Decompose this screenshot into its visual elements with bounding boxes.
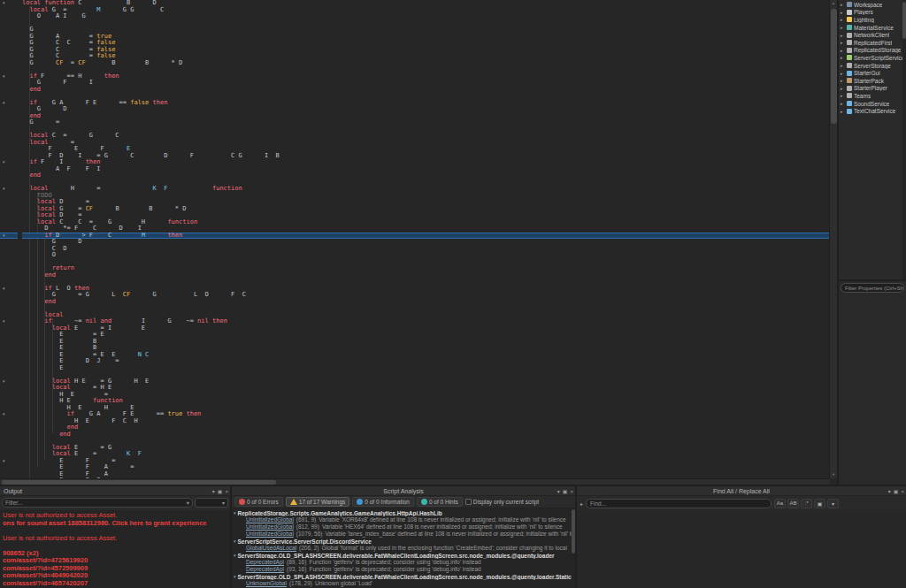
code-line[interactable] [22,126,829,134]
gutter-line[interactable]: ▾ [0,159,18,166]
code-line[interactable]: C D [22,246,829,253]
expand-arrow-icon[interactable]: ▸ [841,10,845,15]
analysis-rule-link[interactable]: GlobalUsedAsLocal [246,545,296,551]
code-line[interactable]: if F I then [22,159,829,166]
search-options-button[interactable]: ▣ [814,499,825,508]
expand-arrow-icon[interactable]: ▸ [841,101,845,106]
code-line[interactable]: local E = I E [22,325,829,332]
fold-arrow-icon[interactable]: ▾ [3,379,5,384]
editor-viewport[interactable]: ▾▾▾▾▾▾▾▾▾▾▾ local function C B D local G… [0,0,829,478]
code-line[interactable] [22,279,829,286]
analysis-tab-warnings[interactable]: 17 of 17 Warnings [286,497,350,507]
explorer-item-workspace[interactable]: ▸Workspace [839,1,906,9]
code-line[interactable]: G CF = CF B B * D [22,60,829,67]
code-line[interactable]: return [22,265,829,272]
code-line[interactable]: local = [22,140,829,147]
fold-arrow-icon[interactable]: ▾ [3,101,5,105]
fold-arrow-icon[interactable]: ▾ [3,160,5,164]
code-line[interactable]: H E = [22,392,829,399]
analysis-rule-link[interactable]: DeprecatedApi [246,559,284,565]
code-line[interactable]: G = [22,119,829,126]
expand-arrow-icon[interactable]: ▸ [841,33,845,38]
panel-menu-icon[interactable]: ▾ [557,488,560,494]
find-expand-toggle-icon[interactable]: ▸ [580,500,583,507]
explorer-item-serverscriptservice[interactable]: ▸ServerScriptService [839,54,906,62]
fold-arrow-icon[interactable]: ▾ [3,286,5,291]
analysis-item[interactable]: UninitializedGlobal(1079, 56)Variable 'l… [234,531,573,538]
analysis-scroll-thumb[interactable] [572,509,575,554]
close-panel-icon[interactable]: × [901,489,904,494]
code-line[interactable]: if G A F E == true then [22,411,829,418]
analysis-group[interactable]: ▾ReplicatedStorage.Scripts.GameAnalytics… [234,509,573,516]
explorer-scroll-thumb[interactable] [902,2,906,39]
analysis-tab-errors[interactable]: 0 of 0 Errors [234,497,283,507]
analysis-tab-hints[interactable]: 0 of 0 Hints [417,497,463,507]
find-results-area[interactable] [577,510,906,588]
match-case-button[interactable]: Aa [774,499,786,508]
code-line[interactable]: G D [22,239,829,246]
gutter-line[interactable]: ▾ [0,0,18,7]
scroll-up-icon[interactable]: ▲ [830,0,837,7]
explorer-item-soundservice[interactable]: ▸SoundService [839,100,906,108]
code-line[interactable]: H E F C H [22,418,829,425]
collapse-arrow-icon[interactable]: ▾ [234,574,236,579]
code-line[interactable]: end [22,87,829,94]
expand-arrow-icon[interactable]: ▸ [841,17,845,22]
code-line[interactable]: local H E = G H E [22,378,829,386]
analysis-group[interactable]: ▾ServerScriptService.ServerScript.Discor… [234,538,573,545]
expand-arrow-icon[interactable]: ▸ [841,48,845,53]
fold-arrow-icon[interactable]: ▾ [3,459,5,463]
editor-vertical-scrollbar[interactable]: ▲ ▼ [829,0,837,478]
expand-arrow-icon[interactable]: ▸ [841,86,845,91]
explorer-item-startergui[interactable]: ▸StarterGui [839,69,906,77]
code-line[interactable]: end [22,272,829,279]
code-line-current[interactable]: if D > F C M then [22,233,829,240]
code-line[interactable]: E F = [22,458,829,465]
code-line[interactable]: E [22,365,829,372]
code-line[interactable]: end [22,172,829,179]
analysis-tab-infos[interactable]: 0 of 0 Information [352,497,414,507]
analysis-rule-link[interactable]: UnknownGlobal [246,580,287,586]
explorer-item-serverstorage[interactable]: ▸ServerStorage [839,62,906,70]
code-line[interactable]: E B [22,339,829,346]
code-line[interactable]: local C = G C [22,133,829,140]
gutter-line[interactable]: ▾ [0,233,18,240]
code-line[interactable]: if G A F E == false then [22,100,829,107]
code-line[interactable]: G [22,27,829,34]
analysis-item[interactable]: DeprecatedApi(93, 16)Function 'getfenv' … [234,566,573,573]
expand-arrow-icon[interactable]: ▸ [841,63,845,68]
code-line[interactable]: E = E [22,332,829,339]
code-line[interactable]: TODO [22,193,829,200]
analysis-scrollbar[interactable] [572,508,575,588]
horizontal-scroll-thumb[interactable] [2,480,276,485]
find-input[interactable]: Find... [586,499,772,508]
code-line[interactable]: local E = G [22,445,829,452]
gutter-line[interactable]: ▾ [0,458,18,465]
code-line[interactable]: end [22,299,829,306]
explorer-item-starterplayer[interactable]: ▸StarterPlayer [839,85,906,93]
fold-arrow-icon[interactable]: ▾ [3,412,5,416]
filter-button[interactable]: ▾ [827,499,839,508]
code-line[interactable]: E = E E N C [22,352,829,359]
code-line[interactable]: end [22,113,829,120]
gutter-line[interactable]: ▾ [0,318,18,325]
code-line[interactable] [22,259,829,266]
analysis-item[interactable]: UnknownGlobal(178, 29)Unknown global 'Lo… [234,580,573,587]
explorer-item-networkclient[interactable]: ▸NetworkClient [839,31,906,39]
explorer-item-players[interactable]: ▸Players [839,9,906,17]
code-line[interactable]: local G = M G G C [22,7,829,14]
explorer-item-materialservice[interactable]: ▸MaterialService [839,24,906,32]
code-line[interactable]: E F A = [22,464,829,471]
code-line[interactable]: local = H E [22,385,829,392]
analysis-rule-link[interactable]: UninitializedGlobal [246,516,294,523]
expand-arrow-icon[interactable]: ▸ [841,93,845,98]
expand-arrow-icon[interactable]: ▸ [841,78,845,83]
code-line[interactable]: G F I [22,80,829,87]
analysis-item[interactable]: UninitializedGlobal(691, 9)Variable 'XOR… [234,516,573,523]
regex-button[interactable]: .* [801,499,812,508]
display-only-current-script-checkbox[interactable]: Display only current script [465,499,539,505]
properties-filter-input[interactable]: Filter Properties (Ctrl+Shift+P) [841,283,904,293]
code-line[interactable]: E F A [22,471,829,478]
scroll-down-icon[interactable]: ▼ [830,471,837,478]
fold-arrow-icon[interactable]: ▾ [3,74,5,79]
